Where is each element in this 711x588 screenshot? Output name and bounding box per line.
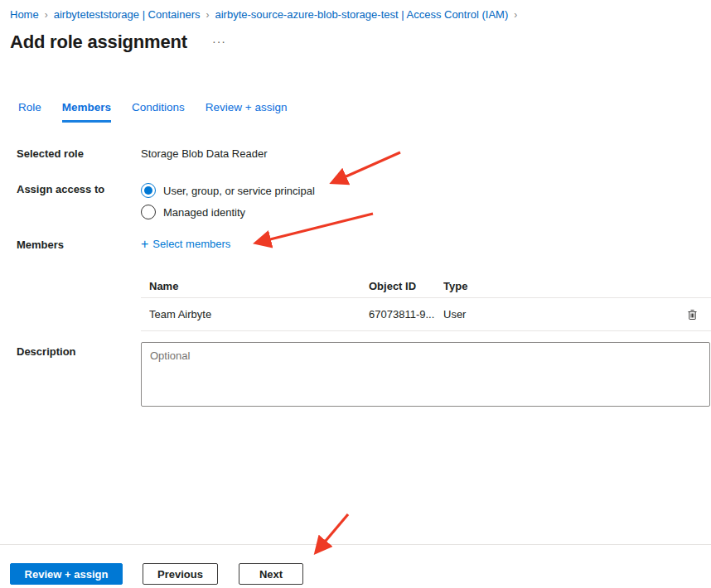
radio-user-group-service-principal[interactable]: User, group, or service principal	[141, 180, 315, 201]
annotation-arrow-assign-access	[333, 152, 400, 182]
description-input[interactable]	[141, 342, 710, 407]
review-assign-button[interactable]: Review + assign	[10, 563, 123, 585]
more-options-icon[interactable]: ···	[212, 35, 226, 48]
column-header-name: Name	[149, 280, 369, 292]
member-type: User	[443, 308, 673, 321]
members-label: Members	[17, 239, 64, 251]
member-name: Team Airbyte	[149, 308, 369, 321]
tab-role[interactable]: Role	[18, 101, 41, 123]
selected-role-label: Selected role	[17, 147, 84, 160]
breadcrumb-separator: ›	[206, 9, 210, 21]
column-header-type: Type	[443, 280, 673, 292]
description-label: Description	[17, 345, 76, 358]
tab-conditions[interactable]: Conditions	[132, 101, 185, 123]
breadcrumb: Home › airbyteteststorage | Containers ›…	[10, 8, 517, 21]
plus-icon: +	[141, 239, 148, 249]
breadcrumb-containers[interactable]: airbyteteststorage | Containers	[54, 8, 201, 21]
breadcrumb-separator: ›	[514, 9, 517, 21]
breadcrumb-access-control[interactable]: airbyte-source-azure-blob-storage-test |…	[215, 8, 509, 21]
trash-icon	[686, 308, 699, 321]
member-object-id: 67073811-9...	[369, 308, 443, 321]
footer-divider	[0, 544, 711, 545]
select-members-link-label: Select members	[152, 238, 230, 250]
radio-unselected-icon	[141, 205, 156, 219]
members-table-header: Name Object ID Type	[141, 275, 711, 298]
tab-bar: Role Members Conditions Review + assign	[18, 101, 288, 123]
tab-members[interactable]: Members	[62, 101, 111, 123]
selected-role-value: Storage Blob Data Reader	[141, 147, 267, 160]
table-row: Team Airbyte 67073811-9... User	[141, 298, 711, 331]
breadcrumb-home[interactable]: Home	[10, 8, 39, 21]
next-button[interactable]: Next	[239, 563, 303, 585]
assign-access-radio-group: User, group, or service principal Manage…	[141, 180, 315, 223]
page-title: Add role assignment	[10, 31, 187, 53]
annotation-arrow-next	[317, 514, 348, 552]
radio-managed-identity[interactable]: Managed identity	[141, 201, 315, 223]
breadcrumb-separator: ›	[45, 9, 48, 21]
delete-member-button[interactable]	[673, 298, 711, 330]
radio-selected-icon	[141, 183, 156, 198]
previous-button[interactable]: Previous	[143, 563, 218, 585]
radio-option-label: Managed identity	[163, 206, 245, 219]
select-members-link[interactable]: + Select members	[141, 238, 230, 250]
members-table: Name Object ID Type Team Airbyte 6707381…	[141, 275, 711, 331]
column-header-object-id: Object ID	[369, 280, 443, 292]
assign-access-to-label: Assign access to	[17, 183, 104, 195]
add-role-assignment-page: { "breadcrumb": { "items": [ "Home", "ai…	[0, 0, 711, 588]
radio-option-label: User, group, or service principal	[163, 185, 315, 197]
tab-review-assign[interactable]: Review + assign	[206, 101, 288, 123]
